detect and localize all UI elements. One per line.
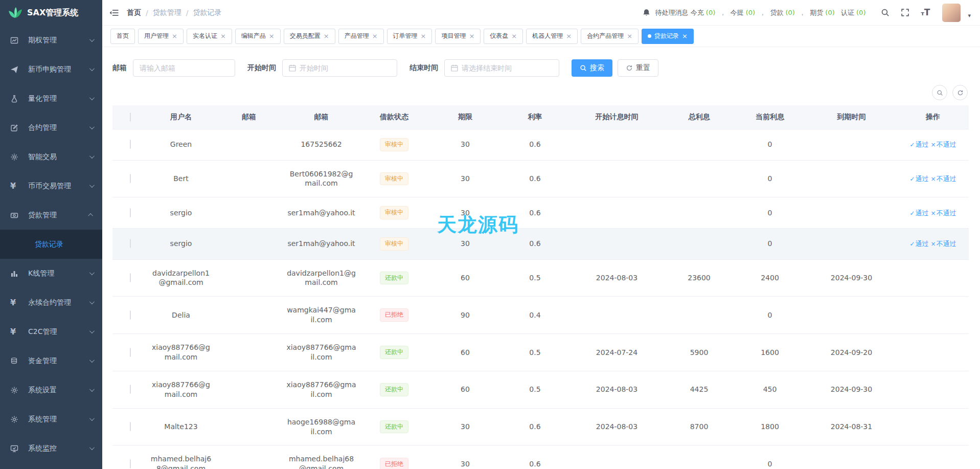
- reject-link[interactable]: ×不通过: [931, 141, 956, 148]
- row-checkbox[interactable]: [130, 422, 131, 431]
- start-date-cell: 2024-08-03: [569, 371, 664, 408]
- email2-text: haoge16988@gmail.com: [286, 417, 356, 437]
- menu-fold-icon[interactable]: [109, 9, 119, 17]
- sidebar-item-perpetual[interactable]: ¥永续合约管理: [0, 288, 102, 317]
- chevron-down-icon[interactable]: ▾: [968, 12, 971, 22]
- tab-label: 产品管理: [345, 32, 369, 40]
- rate-cell: 0.5: [500, 259, 569, 297]
- sidebar-item-contract[interactable]: 合约管理: [0, 113, 102, 142]
- font-size-icon[interactable]: тT: [921, 8, 930, 17]
- tab-7[interactable]: 项目管理×: [435, 29, 481, 44]
- close-tab-icon[interactable]: ×: [372, 33, 378, 39]
- row-checkbox[interactable]: [130, 174, 131, 183]
- column-header: 开始计息时间: [569, 105, 664, 129]
- sidebar-subitem-loan-records[interactable]: 贷款记录: [0, 230, 102, 259]
- row-checkbox[interactable]: [130, 385, 131, 394]
- close-tab-icon[interactable]: ×: [566, 33, 572, 39]
- close-tab-icon[interactable]: ×: [172, 33, 177, 39]
- sidebar-item-c2c[interactable]: ¥C2C管理: [0, 317, 102, 346]
- row-checkbox[interactable]: [130, 239, 131, 248]
- tab-6[interactable]: 订单管理×: [387, 29, 432, 44]
- tab-11[interactable]: 贷款记录×: [642, 29, 694, 44]
- actions-cell: ✓通过×不通过: [897, 228, 969, 259]
- approve-label: 通过: [916, 240, 929, 248]
- close-tab-icon[interactable]: ×: [511, 33, 517, 39]
- approve-link[interactable]: ✓通过: [909, 175, 928, 183]
- actions-cell: [897, 297, 969, 334]
- table-refresh-button[interactable]: [952, 85, 968, 100]
- tab-5[interactable]: 产品管理×: [338, 29, 384, 44]
- search-button[interactable]: 搜索: [572, 59, 612, 77]
- bell-icon[interactable]: [643, 9, 650, 17]
- sidebar-item-kline[interactable]: K线管理: [0, 259, 102, 288]
- start-time-input[interactable]: [300, 64, 391, 72]
- app-title: SAX管理系统: [27, 8, 78, 18]
- close-tab-icon[interactable]: ×: [324, 33, 329, 39]
- column-header: 邮箱: [214, 105, 284, 129]
- sidebar-item-coin-trade[interactable]: ¥币币交易管理: [0, 171, 102, 200]
- row-checkbox[interactable]: [130, 140, 131, 149]
- yen-icon: ¥: [10, 327, 24, 337]
- sidebar-item-new-coin[interactable]: 新币申购管理: [0, 55, 102, 84]
- approve-link[interactable]: ✓通过: [909, 240, 928, 248]
- row-checkbox[interactable]: [130, 348, 131, 357]
- tab-4[interactable]: 交易员配置×: [284, 29, 335, 44]
- row-checkbox[interactable]: [130, 459, 131, 468]
- end-time-input[interactable]: [462, 64, 553, 72]
- term-cell: 30: [430, 160, 500, 197]
- sidebar-item-options[interactable]: 期权管理: [0, 26, 102, 55]
- fullscreen-icon[interactable]: [901, 8, 909, 17]
- breadcrumb-item[interactable]: 首页: [127, 8, 141, 17]
- tab-2[interactable]: 实名认证×: [187, 29, 232, 44]
- chevron-down-icon: [89, 183, 95, 188]
- table-search-toggle-button[interactable]: [932, 85, 947, 100]
- reject-link[interactable]: ×不通过: [931, 175, 956, 183]
- avatar[interactable]: [942, 4, 961, 22]
- sidebar-item-sys-settings[interactable]: 系统设置: [0, 375, 102, 405]
- email-input[interactable]: [140, 64, 229, 72]
- select-all-checkbox[interactable]: [130, 113, 131, 122]
- sidebar-item-funds[interactable]: 资金管理: [0, 346, 102, 375]
- tab-8[interactable]: 仪表盘×: [484, 29, 523, 44]
- sidebar-item-loan[interactable]: 贷款管理: [0, 200, 102, 230]
- sidebar-item-quant[interactable]: 量化管理: [0, 84, 102, 113]
- close-tab-icon[interactable]: ×: [421, 33, 426, 39]
- close-tab-icon[interactable]: ×: [269, 33, 275, 39]
- sidebar-item-sys-monitor[interactable]: 系统监控: [0, 434, 102, 463]
- tab-3[interactable]: 编辑产品×: [235, 29, 281, 44]
- row-checkbox[interactable]: [130, 208, 131, 217]
- sidebar-item-label: 系统监控: [28, 444, 89, 453]
- sidebar-item-smart-trade[interactable]: 智能交易: [0, 142, 102, 171]
- reset-button[interactable]: 重置: [618, 59, 658, 77]
- username-text: xiaoy887766@gmail.com: [150, 343, 212, 362]
- reject-link[interactable]: ×不通过: [931, 240, 956, 248]
- row-checkbox[interactable]: [130, 310, 131, 320]
- current-interest-cell: 0: [734, 129, 806, 161]
- chart-line-icon: [10, 36, 24, 44]
- username-text: Malte123: [164, 422, 197, 432]
- tab-9[interactable]: 机器人管理×: [526, 29, 578, 44]
- approve-link[interactable]: ✓通过: [909, 209, 928, 217]
- close-tab-icon[interactable]: ×: [682, 33, 688, 39]
- close-tab-icon[interactable]: ×: [220, 33, 226, 39]
- search-icon[interactable]: [881, 8, 890, 17]
- sidebar-item-label: 期权管理: [28, 36, 89, 45]
- reject-link[interactable]: ×不通过: [931, 209, 956, 217]
- app-logo: SAX管理系统: [0, 0, 102, 26]
- notice-label: 今充: [691, 9, 706, 16]
- sidebar-item-sys-mgmt[interactable]: 系统管理: [0, 405, 102, 434]
- sidebar-item-api-keys[interactable]: API密钥管理: [0, 463, 102, 469]
- row-checkbox[interactable]: [130, 273, 131, 282]
- tab-0[interactable]: 首页: [110, 29, 135, 44]
- close-tab-icon[interactable]: ×: [627, 33, 632, 39]
- check-icon: ✓: [909, 175, 915, 183]
- status-badge: 还款中: [380, 346, 408, 359]
- tab-1[interactable]: 用户管理×: [138, 29, 184, 44]
- username-cell: Green: [148, 129, 214, 161]
- close-tab-icon[interactable]: ×: [469, 33, 474, 39]
- due-date-cell: [806, 297, 897, 334]
- approve-link[interactable]: ✓通过: [909, 141, 928, 148]
- tab-label: 贷款记录: [654, 32, 679, 40]
- breadcrumb-item[interactable]: 贷款管理: [153, 8, 181, 17]
- tab-10[interactable]: 合约产品管理×: [581, 29, 639, 44]
